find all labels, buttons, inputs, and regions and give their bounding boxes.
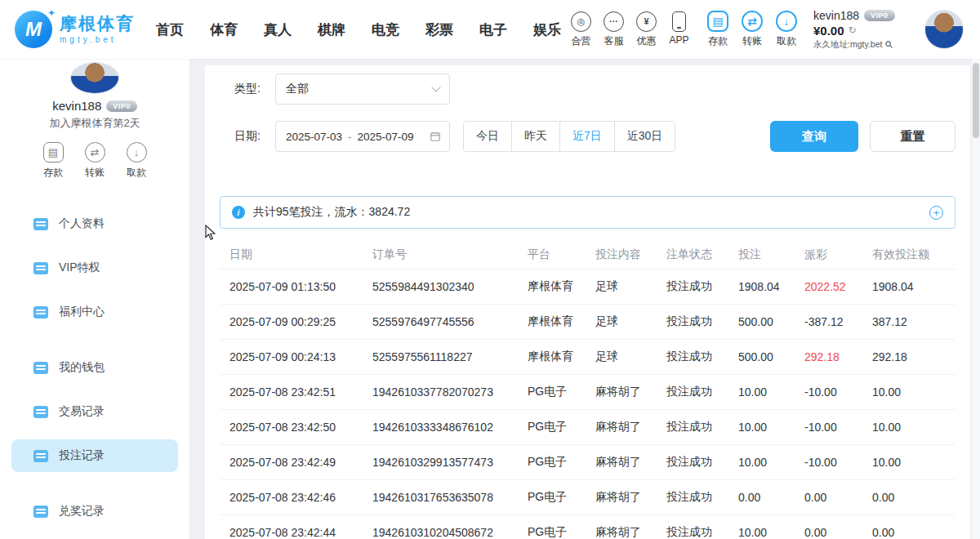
profile-icon [33, 218, 48, 230]
cell-date: 2025-07-08 23:42:50 [220, 421, 363, 434]
type-filter-label: 类型: [234, 82, 275, 96]
menu-item-transactions[interactable]: 交易记录 [11, 395, 178, 428]
nav-item-home[interactable]: 首页 [156, 20, 184, 39]
cell-content: 麻将胡了 [586, 455, 657, 470]
scrollbar-thumb[interactable] [973, 63, 979, 138]
menu-item-profile[interactable]: 个人资料 [11, 207, 178, 240]
cell-bet: 10.00 [728, 385, 795, 399]
cell-date: 2025-07-08 23:42:49 [220, 456, 363, 469]
sidebar-withdraw-label: 取款 [127, 166, 146, 180]
quick-support[interactable]: ··· 客服 [604, 11, 624, 48]
quick-app[interactable]: APP [669, 11, 689, 48]
nav-item-entertainment[interactable]: 娱乐 [533, 20, 561, 39]
sidebar-menu: 个人资料 VIP特权 福利中心 我的钱包 交易记录 投注记录 [0, 207, 189, 539]
scrollbar[interactable] [972, 59, 980, 539]
expand-circle-icon[interactable]: + [929, 206, 943, 220]
table-body: 2025-07-09 01:13:50 5255984491302340 摩根体… [220, 270, 956, 539]
date-filter-row: 日期: 2025-07-03 - 2025-07-09 今日 昨天 近7日 近3… [234, 121, 956, 152]
vip-badge: VIP0 [864, 10, 895, 21]
logo-subtitle: mgty.bet [60, 35, 135, 44]
vip-crown-icon [33, 262, 48, 274]
cell-bet: 0.00 [728, 491, 795, 504]
cell-bet: 10.00 [728, 526, 795, 539]
quick-partner[interactable]: ◎ 合营 [571, 11, 591, 48]
menu-item-vip[interactable]: VIP特权 [11, 252, 178, 284]
cell-payout: -10.00 [795, 385, 862, 399]
query-button[interactable]: 查询 [770, 121, 858, 152]
menu-item-bet-records[interactable]: 投注记录 [11, 439, 178, 472]
sidebar-transfer-button[interactable]: ⇄ 转账 [85, 142, 105, 180]
col-header-valid: 有效投注额 [862, 247, 956, 262]
cell-order: 5255975561118227 [363, 350, 518, 363]
date-range-input[interactable]: 2025-07-03 - 2025-07-09 [275, 121, 450, 152]
range-button[interactable]: 近30日 [614, 122, 675, 151]
sidebar-withdraw-button[interactable]: ↓ 取款 [127, 142, 147, 180]
cell-bet: 1908.04 [728, 280, 795, 293]
refresh-balance-icon[interactable]: ↻ [849, 24, 857, 36]
deposit-button[interactable]: ▤ 存款 [707, 11, 728, 48]
cell-platform: 摩根体育 [518, 350, 586, 364]
withdraw-button[interactable]: ↓ 取款 [776, 11, 797, 48]
date-end-value: 2025-07-09 [358, 131, 414, 143]
col-header-payout: 派彩 [795, 247, 862, 262]
nav-item-live-casino[interactable]: 真人 [264, 20, 292, 39]
range-button[interactable]: 近7日 [559, 122, 614, 151]
col-header-status: 注单状态 [657, 247, 728, 262]
cell-content: 足球 [586, 279, 657, 294]
type-select[interactable]: 全部 [275, 74, 450, 105]
nav-item-esports[interactable]: 电竞 [372, 20, 399, 39]
quick-links: ◎ 合营 ··· 客服 ¥ 优惠 APP [571, 11, 689, 48]
quick-partner-label: 合营 [572, 34, 591, 48]
nav-item-slots[interactable]: 电子 [479, 20, 507, 39]
nav-item-sports[interactable]: 体育 [210, 20, 238, 39]
cell-platform: PG电子 [518, 420, 586, 434]
menu-item-label: 兑奖记录 [59, 504, 105, 519]
cell-date: 2025-07-09 00:29:25 [220, 315, 363, 328]
cell-status: 投注成功 [657, 455, 728, 470]
joined-days-text: 加入摩根体育第2天 [49, 116, 140, 131]
date-separator: - [348, 131, 352, 143]
transfer-label: 转账 [742, 34, 762, 48]
user-info: kevin188 VIP0 ¥0.00 ↻ 永久地址:mgty.bet [813, 9, 910, 51]
cell-valid: 10.00 [862, 456, 956, 469]
sidebar-deposit-button[interactable]: ▤ 存款 [43, 142, 64, 180]
menu-item-welfare[interactable]: 福利中心 [11, 296, 178, 328]
logo[interactable]: M ✦ 摩根体育 mgty.bet [15, 11, 135, 48]
cell-payout: -387.12 [795, 315, 862, 328]
menu-item-redeem-records[interactable]: 兑奖记录 [11, 495, 178, 528]
transfer-button[interactable]: ⇄ 转账 [742, 11, 763, 48]
nav-item-board-games[interactable]: 棋牌 [318, 20, 345, 39]
range-button[interactable]: 今日 [464, 122, 511, 151]
sidebar-transfer-label: 转账 [85, 166, 105, 180]
calendar-icon [430, 131, 441, 142]
balance-row: ¥0.00 ↻ [813, 24, 910, 38]
range-button[interactable]: 昨天 [511, 122, 559, 151]
menu-item-wallet[interactable]: 我的钱包 [11, 351, 178, 384]
user-avatar[interactable] [924, 10, 964, 49]
cell-bet: 500.00 [728, 315, 795, 328]
quick-promotions[interactable]: ¥ 优惠 [636, 11, 657, 48]
bet-records-icon [33, 450, 48, 462]
promo-yen-icon: ¥ [636, 11, 657, 32]
summary-bar: i 共计95笔投注，流水：3824.72 + [220, 196, 956, 229]
redeem-icon [33, 506, 48, 518]
reset-button[interactable]: 重置 [870, 121, 956, 152]
table-row: 2025-07-09 00:24:13 5255975561118227 摩根体… [220, 340, 956, 375]
menu-divider [0, 340, 189, 351]
sidebar-avatar[interactable] [70, 62, 119, 94]
cell-platform: 摩根体育 [518, 279, 586, 294]
support-chat-icon: ··· [604, 11, 624, 32]
col-header-content: 投注内容 [586, 247, 657, 262]
cell-status: 投注成功 [657, 420, 728, 434]
cell-status: 投注成功 [657, 279, 728, 294]
sidebar-vip-badge: VIP0 [106, 100, 137, 112]
table-header-row: 日期 订单号 平台 投注内容 注单状态 投注 派彩 有效投注额 [220, 241, 956, 270]
table-row: 2025-07-09 00:29:25 5255976497745556 摩根体… [220, 305, 956, 340]
cell-status: 投注成功 [657, 525, 728, 539]
magnifier-icon[interactable] [884, 40, 893, 49]
cell-order: 1942610337782070273 [363, 385, 518, 399]
cell-status: 投注成功 [657, 385, 728, 399]
menu-item-label: 交易记录 [59, 404, 105, 419]
balance-value: ¥0.00 [813, 24, 844, 38]
nav-item-lottery[interactable]: 彩票 [425, 20, 453, 39]
